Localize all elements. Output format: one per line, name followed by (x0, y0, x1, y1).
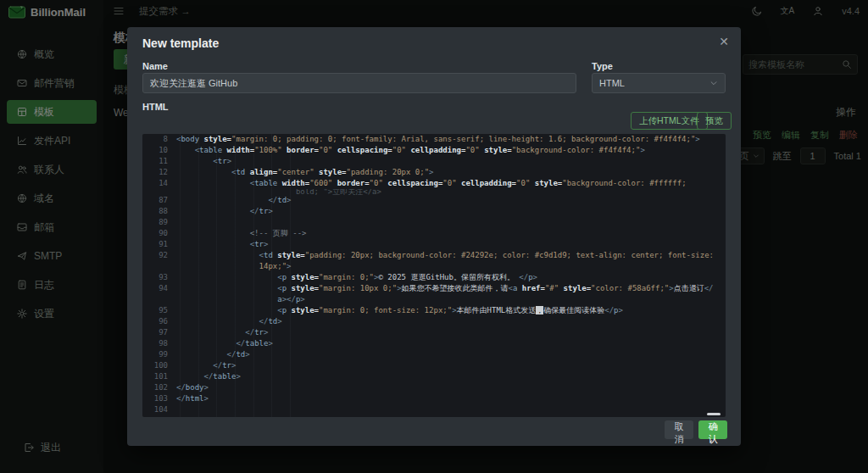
upload-html-button[interactable]: 上传HTML文件 (631, 112, 708, 130)
name-label: Name (142, 61, 168, 71)
line-number: 12 (142, 167, 168, 178)
code-line[interactable]: 88 </tr> (142, 206, 726, 217)
code-editor[interactable]: 8<body style="margin: 0; padding: 0; fon… (142, 134, 726, 417)
code-line[interactable]: 98 </table> (142, 338, 726, 349)
code-line[interactable]: 90 <!-- 页脚 --> (142, 228, 726, 239)
new-template-modal: New template ✕ Name Type HTML HTML 上传HTM… (127, 27, 741, 446)
scrollbar-thumb[interactable] (707, 413, 721, 415)
line-number: 104 (142, 404, 168, 415)
code-line[interactable]: 96 </td> (142, 316, 726, 327)
line-number: 14 (142, 178, 168, 189)
line-number: 99 (142, 349, 168, 360)
type-label: Type (592, 61, 613, 71)
line-number: 95 (142, 305, 168, 316)
close-icon[interactable]: ✕ (719, 35, 729, 48)
code-line[interactable]: 95 <p style="margin: 0; font-size: 12px;… (142, 305, 726, 316)
line-number: 100 (142, 360, 168, 371)
code-line[interactable]: 104 (142, 404, 726, 415)
code-editor-lines: 8<body style="margin: 0; padding: 0; fon… (142, 134, 726, 415)
line-number: 89 (142, 217, 168, 228)
code-line[interactable]: 103</html> (142, 393, 726, 404)
preview-button[interactable]: 预览 (697, 112, 732, 130)
code-line[interactable]: 93 <p style="margin: 0;">© 2025 逛逛GitHub… (142, 272, 726, 283)
line-number: 94 (142, 283, 168, 294)
line-number: 98 (142, 338, 168, 349)
line-number: 87 (142, 195, 168, 206)
confirm-button[interactable]: 确认 (698, 420, 727, 439)
chevron-down-icon (709, 79, 718, 87)
line-number (142, 294, 168, 305)
code-line[interactable]: 99 </td> (142, 349, 726, 360)
code-line[interactable]: bold; ">立即关注</a> (142, 189, 726, 195)
cancel-button[interactable]: 取消 (665, 420, 693, 439)
code-line[interactable]: 97 </tr> (142, 327, 726, 338)
line-number: 92 (142, 250, 168, 261)
code-line[interactable]: 8<body style="margin: 0; padding: 0; fon… (142, 134, 726, 145)
line-number: 93 (142, 272, 168, 283)
code-line[interactable]: 87 </td> (142, 195, 726, 206)
code-line[interactable]: 94 <p style="margin: 10px 0;">如果您不希望接收此类… (142, 283, 726, 294)
code-line[interactable]: 11 <tr> (142, 156, 726, 167)
line-number: 8 (142, 134, 168, 145)
line-number: 96 (142, 316, 168, 327)
line-number (142, 261, 168, 272)
code-line[interactable]: 100 </tr> (142, 360, 726, 371)
code-line[interactable]: 10 <table width="100%" border="0" cellsp… (142, 145, 726, 156)
line-number (142, 189, 168, 195)
template-name-input[interactable] (142, 73, 576, 93)
code-line[interactable]: 91 <tr> (142, 239, 726, 250)
line-number: 97 (142, 327, 168, 338)
line-number: 91 (142, 239, 168, 250)
code-line[interactable]: 14px;"> (142, 261, 726, 272)
code-line[interactable]: 89 (142, 217, 726, 228)
app-window: BillionMail 概览邮件营销模板发件API联系人域名邮箱SMTP日志设置… (0, 0, 868, 473)
line-number: 101 (142, 371, 168, 382)
type-select-value: HTML (599, 78, 625, 88)
line-number: 11 (142, 156, 168, 167)
modal-title: New template (142, 36, 219, 50)
code-line[interactable]: 14 <table width="600" border="0" cellspa… (142, 178, 726, 189)
code-line[interactable]: 92 <td style="padding: 20px; background-… (142, 250, 726, 261)
line-number: 88 (142, 206, 168, 217)
line-number: 90 (142, 228, 168, 239)
code-line[interactable]: 102</body> (142, 382, 726, 393)
type-select[interactable]: HTML (592, 73, 726, 93)
line-number: 103 (142, 393, 168, 404)
code-line[interactable]: a></p> (142, 294, 726, 305)
html-label: HTML (142, 102, 169, 112)
code-line[interactable]: 12 <td align="center" style="padding: 20… (142, 167, 726, 178)
line-number: 10 (142, 145, 168, 156)
code-line[interactable]: 101 </table> (142, 371, 726, 382)
line-number: 102 (142, 382, 168, 393)
